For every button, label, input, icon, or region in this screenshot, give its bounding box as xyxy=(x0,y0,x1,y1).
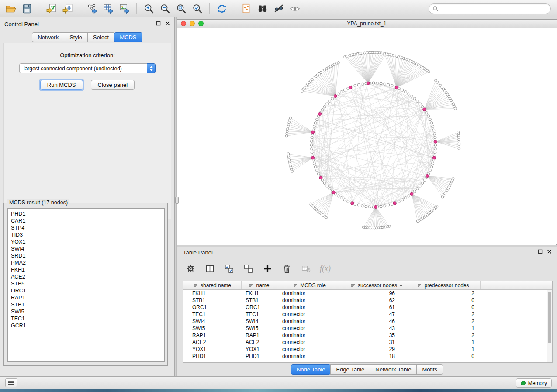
mcds-result-item[interactable]: SWI5 xyxy=(11,308,164,315)
close-icon[interactable] xyxy=(547,249,552,254)
close-icon[interactable] xyxy=(165,21,170,26)
mcds-result-item[interactable]: SWI4 xyxy=(11,245,164,252)
mcds-result-item[interactable]: TID3 xyxy=(11,231,164,238)
mcds-result-item[interactable]: FKH1 xyxy=(11,266,164,273)
table-cell-predecessors: 2 xyxy=(406,318,481,324)
show-details-button[interactable] xyxy=(287,2,303,16)
run-mcds-button[interactable]: Run MCDS xyxy=(40,80,83,90)
delete-columns-button[interactable] xyxy=(280,262,294,275)
table-cell-successors: 18 xyxy=(342,353,406,359)
table-row[interactable]: SWI4SWI4dominator462 xyxy=(183,318,552,325)
dropdown-stepper-icon[interactable] xyxy=(147,63,156,73)
tab-node-table[interactable]: Node Table xyxy=(291,364,331,375)
column-header-shared-name[interactable]: shared name xyxy=(183,281,242,289)
column-header-mcds-role[interactable]: MCDS role xyxy=(277,281,342,289)
column-header-name[interactable]: name xyxy=(242,281,277,289)
binoculars-icon xyxy=(257,3,268,14)
zoom-selected-button[interactable] xyxy=(189,2,205,16)
column-header-predecessor-nodes[interactable]: predecessor nodes xyxy=(406,281,481,289)
table-row[interactable]: TEC1TEC1connector472 xyxy=(183,311,552,318)
float-window-icon[interactable] xyxy=(538,249,543,254)
select-all-button[interactable] xyxy=(222,262,236,275)
import-table-button[interactable] xyxy=(59,2,76,16)
mcds-result-item[interactable]: STB5 xyxy=(11,280,164,287)
zoom-fit-button[interactable] xyxy=(173,2,189,16)
refresh-view-button[interactable] xyxy=(214,2,230,16)
tab-network[interactable]: Network xyxy=(32,32,64,42)
hide-details-button[interactable] xyxy=(270,2,287,16)
table-cell-name: SWI5 xyxy=(242,325,277,331)
scrollbar-thumb[interactable] xyxy=(548,292,551,343)
search-network-button[interactable] xyxy=(254,2,270,16)
table-cell-successors: 43 xyxy=(342,325,406,331)
mcds-result-item[interactable]: STB1 xyxy=(11,301,164,308)
mcds-result-item[interactable]: PHD1 xyxy=(11,210,164,217)
share-document-button[interactable] xyxy=(238,2,254,16)
tab-mcds[interactable]: MCDS xyxy=(114,32,142,42)
sort-icon xyxy=(417,283,422,288)
table-cell-shared_name: SWI4 xyxy=(183,318,242,324)
table-cell-name: ORC1 xyxy=(242,304,277,310)
table-cell-successors: 61 xyxy=(342,304,406,310)
table-row[interactable]: PHD1PHD1dominator180 xyxy=(183,353,552,360)
table-settings-button[interactable] xyxy=(184,262,197,275)
mcds-result-list[interactable]: PHD1CAR1STP4TID3YOX1SWI4SRD1PMA2FKH1ACE2… xyxy=(7,208,165,362)
mcds-result-item[interactable]: GCR1 xyxy=(11,322,164,329)
table-cell-predecessors: 2 xyxy=(406,332,481,338)
import-network-button[interactable] xyxy=(43,2,59,16)
toolbar-separator xyxy=(39,3,39,14)
column-label: shared name xyxy=(201,282,231,289)
table-row[interactable]: YOX1YOX1connector291 xyxy=(183,346,552,353)
splitter-grip[interactable] xyxy=(175,197,179,204)
mcds-result-item[interactable]: PMA2 xyxy=(11,259,164,266)
sort-icon xyxy=(351,283,355,288)
float-window-icon[interactable] xyxy=(156,21,161,26)
table-row[interactable]: FKH1FKH1dominator962 xyxy=(183,290,552,297)
zoom-out-button[interactable] xyxy=(157,2,173,16)
export-network-button[interactable] xyxy=(84,2,100,16)
chevron-down-icon[interactable] xyxy=(399,285,403,287)
mcds-result-item[interactable]: CAR1 xyxy=(11,217,164,224)
tab-motifs[interactable]: Motifs xyxy=(416,364,443,375)
memory-button[interactable]: Memory xyxy=(516,378,552,388)
network-view[interactable] xyxy=(177,28,556,245)
mcds-result-item[interactable]: ORC1 xyxy=(11,287,164,294)
table-cell-role: connector xyxy=(277,346,342,352)
table-row[interactable]: ACE2ACE2connector311 xyxy=(183,339,552,346)
close-panel-button[interactable]: Close panel xyxy=(91,80,135,90)
tab-network-table[interactable]: Network Table xyxy=(370,364,417,375)
clear-selection-button[interactable] xyxy=(242,262,255,275)
export-table-icon xyxy=(103,3,114,14)
column-header-successor-nodes[interactable]: successor nodes xyxy=(342,281,406,289)
mcds-result-item[interactable]: SRD1 xyxy=(11,252,164,259)
export-table-button[interactable] xyxy=(100,2,116,16)
status-menu-button[interactable] xyxy=(5,378,17,387)
criterion-dropdown[interactable]: largest connected component (undirected) xyxy=(19,63,156,73)
tab-select[interactable]: Select xyxy=(87,32,114,42)
tab-style[interactable]: Style xyxy=(64,32,88,42)
network-window-titlebar[interactable]: YPA_prune.txt_1 xyxy=(177,20,557,28)
mcds-result-item[interactable]: STP4 xyxy=(11,224,164,231)
split-columns-button[interactable] xyxy=(203,262,217,275)
table-row[interactable]: STB1STB1dominator620 xyxy=(183,297,552,304)
save-session-button[interactable] xyxy=(19,2,35,16)
mcds-result-item[interactable]: RAP1 xyxy=(11,294,164,301)
table-cell-successors: 29 xyxy=(342,346,406,352)
table-cell-name: FKH1 xyxy=(242,290,277,296)
tab-edge-table[interactable]: Edge Table xyxy=(330,364,370,375)
table-row[interactable]: SWI5SWI5connector431 xyxy=(183,325,552,332)
search-input[interactable] xyxy=(441,6,547,12)
export-image-button[interactable] xyxy=(116,2,132,16)
table-row[interactable]: RAP1RAP1dominator352 xyxy=(183,332,552,339)
open-file-button[interactable] xyxy=(3,2,19,16)
network-graph[interactable] xyxy=(177,28,556,245)
table-scrollbar[interactable] xyxy=(547,290,552,362)
mcds-result-item[interactable]: YOX1 xyxy=(11,238,164,245)
table-cell-role: dominator xyxy=(277,353,342,359)
mcds-result-item[interactable]: ACE2 xyxy=(11,273,164,280)
mcds-result-item[interactable]: TEC1 xyxy=(11,315,164,322)
zoom-in-button[interactable] xyxy=(141,2,157,16)
table-cell-successors: 62 xyxy=(342,297,406,303)
table-row[interactable]: ORC1ORC1dominator610 xyxy=(183,304,552,311)
add-column-button[interactable] xyxy=(261,262,274,275)
